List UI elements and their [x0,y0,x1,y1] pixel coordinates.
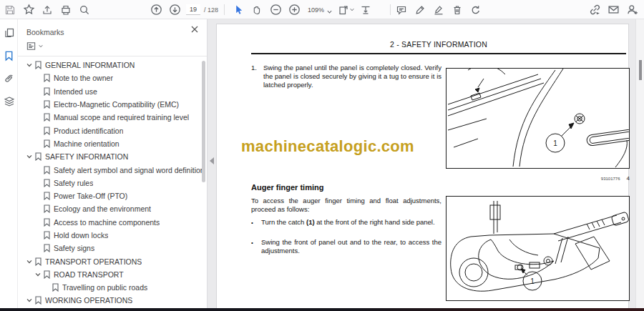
bookmark-icon [42,139,52,148]
email-icon[interactable] [604,1,623,19]
zoom-in-icon[interactable] [285,1,303,19]
section-intro: To access the auger finger timing and fl… [251,197,441,214]
document-scrollbar[interactable] [635,19,644,308]
bookmark-icon [34,61,43,69]
bookmark-icon [42,127,52,135]
select-cursor-icon[interactable] [229,1,248,19]
bookmark-label: Hold down locks [54,231,108,240]
bookmark-label: WORKING OPERATIONS [45,296,132,305]
page-header-title: 2 - SAFETY INFORMATION [251,40,626,49]
chevron-down-icon[interactable] [25,298,34,302]
bookmark-item[interactable]: Access to machine components [18,216,207,229]
chevron-down-icon[interactable] [34,272,42,277]
bookmark-item[interactable]: Safety signs [18,242,207,255]
page-total-label: / 128 [204,6,218,14]
zoom-out-icon[interactable] [266,1,285,19]
bookmark-icon [42,231,52,240]
share-link-icon[interactable] [585,1,604,19]
step-text: Swing the panel until the panel is compl… [263,64,441,89]
star-icon[interactable] [19,1,38,19]
fit-page-icon[interactable] [335,1,356,19]
page-down-icon[interactable] [165,1,184,19]
bookmark-label: Machine orientation [54,139,119,148]
bookmark-icon [42,74,52,82]
bookmark-icon [42,87,52,96]
bullet-marker: • [251,218,261,227]
bookmark-label: TRANSPORT OPERATIONS [45,257,142,266]
pages-icon[interactable] [0,24,18,42]
fit-width-icon[interactable] [356,1,375,19]
highlighter-icon[interactable] [411,1,429,19]
bookmark-item[interactable]: WORKING OPERATIONS [18,294,207,307]
bookmark-item[interactable]: TRANSPORT OPERATIONS [18,255,207,267]
chevron-down-icon[interactable] [25,63,34,67]
bookmark-item[interactable]: Hold down locks [18,229,207,242]
bookmarks-icon[interactable] [0,46,18,65]
hand-tool-icon[interactable] [248,1,266,19]
add-user-icon[interactable] [623,1,641,19]
bookmark-label: Ecology and the environment [54,204,151,213]
bookmarks-scrollbar[interactable] [202,61,205,182]
bookmark-icon [42,179,52,187]
print-icon[interactable] [57,1,75,19]
chevron-down-icon[interactable] [25,260,34,264]
search-icon[interactable] [75,1,94,19]
close-icon[interactable] [190,24,200,34]
upload-icon[interactable] [38,1,57,19]
attachments-icon[interactable] [0,69,18,88]
zoom-dropdown-caret-icon[interactable] [327,4,332,16]
bookmark-item[interactable]: Electro-Magnetic Compatibility (EMC) [18,98,207,111]
bookmark-item[interactable]: Safety alert symbol and signal word defi… [18,163,207,176]
bookmark-icon [42,218,52,227]
bookmark-label: GENERAL INFORMATION [45,61,135,69]
bookmark-item[interactable]: Note to the owner [18,71,207,84]
figure-2-caption: 931033755 [446,302,630,308]
bullet-item: • Swing the front of panel out and to th… [251,238,441,255]
bookmark-icon [51,283,60,292]
chevron-down-icon[interactable] [25,154,34,159]
figure-1-caption: 931017764 [446,170,630,183]
bookmark-label: ROAD TRANSPORT [54,270,124,279]
header-rule [251,53,626,54]
bookmark-item[interactable]: Safety rules [18,177,207,189]
figure-2-illustration: 1 [447,197,629,300]
redo-icon[interactable] [467,1,485,19]
watermark-text: machinecatalogic.com [241,137,414,156]
bookmark-label: Note to the owner [54,74,113,82]
bookmark-item[interactable]: Travelling on public roads [18,281,207,294]
bookmark-icon [42,270,52,279]
bookmark-options-button[interactable] [24,39,45,53]
bookmark-label: Power Take-Off (PTO) [54,192,127,200]
bookmark-item[interactable]: GENERAL INFORMATION [18,59,207,71]
trash-icon[interactable] [448,1,467,19]
bookmark-item[interactable]: Ecology and the environment [18,202,207,215]
bookmark-icon [42,204,52,213]
bookmark-item[interactable]: Manual scope and required training level [18,111,207,124]
page-up-icon[interactable] [147,1,165,19]
bookmark-label: Access to machine components [54,218,160,227]
figure-1: 1 [446,68,630,169]
bookmark-item[interactable]: Product identification [18,124,207,137]
layers-icon[interactable] [0,92,18,111]
previous-page-arrow-icon[interactable] [210,157,214,164]
bookmark-item[interactable]: Intended use [18,85,207,98]
document-scrollbar-thumb[interactable] [639,60,642,80]
sidebar-icon-strip [0,19,18,308]
zoom-level-value[interactable]: 109% [308,6,324,14]
bookmark-item[interactable]: ROAD TRANSPORT [18,268,207,281]
bookmark-icon [42,100,52,109]
bookmark-item[interactable]: Power Take-Off (PTO) [18,189,207,202]
bookmark-label: Safety rules [54,179,93,187]
bookmark-label: Intended use [54,87,97,96]
bookmark-item[interactable]: SAFETY INFORMATION [18,150,207,163]
save-icon[interactable] [1,1,19,19]
bottom-edge-bar [0,308,644,311]
page-number-input[interactable]: 19 [186,4,200,15]
bookmark-icon [42,113,52,122]
bookmark-item[interactable]: Machine orientation [18,137,207,150]
signature-icon[interactable] [429,1,448,19]
pdf-page: 2 - SAFETY INFORMATION 1. Swing the pane… [216,24,629,308]
comment-icon[interactable] [392,1,411,19]
bullet-marker: • [251,238,261,255]
figure-2: 1 [446,196,630,301]
